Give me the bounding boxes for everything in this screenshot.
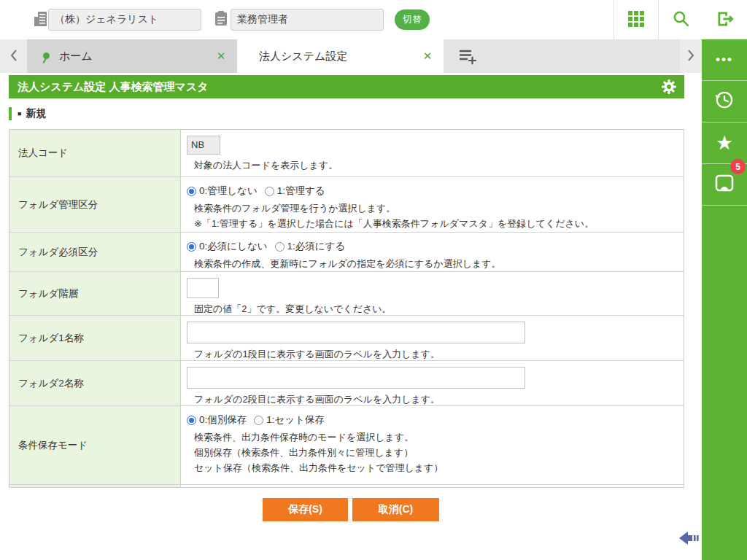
row-description: 対象の法人コードを表示します。 — [194, 159, 676, 173]
ellipsis-icon: ••• — [716, 52, 733, 67]
tab-corporate-settings[interactable]: 法人システム設定 ✕ — [237, 39, 444, 73]
radio-group-folder-required: 0:必須にしない 1:必須にする — [187, 240, 676, 253]
tab-home-close-icon[interactable]: ✕ — [214, 49, 228, 63]
pin-icon — [43, 52, 50, 60]
gear-icon — [660, 87, 678, 98]
settings-button[interactable] — [659, 78, 678, 97]
form-row-save-mode: 条件保存モード 0:個別保存 1:セット保存 検索条件、出力条件保存時のモードを… — [9, 406, 684, 485]
save-button[interactable]: 保存(S) — [263, 498, 348, 521]
tab-scroll-right-button[interactable] — [680, 39, 702, 73]
history-button[interactable] — [702, 81, 747, 122]
radio-unselected-icon — [275, 242, 285, 252]
notification-badge: 5 — [730, 159, 746, 174]
form-row-partial-clipped — [9, 485, 684, 488]
form-row-folder-management: フォルダ管理区分 0:管理しない 1:管理する 検索条件のフォルダ管理を行うか選… — [9, 177, 684, 233]
row-label: フォルダ階層 — [9, 272, 181, 315]
role-input[interactable] — [231, 9, 384, 31]
cancel-button[interactable]: 取消(C) — [352, 498, 439, 521]
sidebar-collapse-button[interactable] — [678, 529, 700, 547]
row-description: 検索条件のフォルダ管理を行うか選択します。 — [194, 202, 676, 216]
settings-form-table: 法人コード NB 対象の法人コードを表示します。 フォルダ管理区分 0:管理しな… — [9, 129, 684, 488]
application-window: 切替 — [0, 0, 747, 560]
row-content — [181, 485, 684, 488]
row-label: フォルダ管理区分 — [9, 177, 181, 232]
row-label — [9, 485, 181, 488]
footer-button-row: 保存(S) 取消(C) — [0, 498, 702, 521]
folder1-name-input[interactable] — [187, 322, 525, 343]
radio-unselected-icon — [254, 416, 263, 425]
row-description: 固定の値「2」です。変更しないでください。 — [194, 303, 676, 316]
row-label: フォルダ1名称 — [9, 316, 181, 360]
radio-option[interactable]: 0:個別保存 — [187, 413, 247, 427]
row-description: フォルダの2段目に表示する画面のラベルを入力します。 — [194, 393, 676, 407]
radio-option[interactable]: 1:管理する — [265, 184, 325, 198]
page-title-bar: 法人システム設定 人事検索管理マスタ — [9, 75, 684, 98]
star-icon: ★ — [716, 133, 733, 153]
role-icon — [214, 10, 228, 29]
row-description: 検索条件の作成、更新時にフォルダの指定を必須にするか選択します。 — [194, 257, 676, 271]
radio-option-label: 0:必須にしない — [199, 240, 268, 253]
radio-group-save-mode: 0:個別保存 1:セット保存 — [187, 413, 676, 427]
radio-option[interactable]: 1:セット保存 — [254, 413, 325, 427]
radio-option[interactable]: 0:必須にしない — [187, 240, 268, 253]
top-header-bar: 切替 — [0, 0, 747, 39]
search-button[interactable] — [659, 0, 703, 39]
add-tab-button[interactable] — [458, 47, 477, 66]
right-sidebar: ••• ★ 5 — [702, 39, 747, 560]
logout-button[interactable] — [703, 0, 747, 39]
row-label: フォルダ必須区分 — [9, 233, 181, 271]
company-input[interactable] — [48, 9, 201, 31]
row-content: 0:管理しない 1:管理する 検索条件のフォルダ管理を行うか選択します。 ※「1… — [181, 177, 684, 232]
tab-corporate-settings-close-icon[interactable]: ✕ — [420, 49, 435, 63]
radio-option-label: 1:セット保存 — [266, 413, 325, 427]
add-tab-icon — [458, 58, 477, 69]
row-label: 法人コード — [9, 130, 181, 176]
section-header: ■ 新規 — [9, 107, 46, 120]
notification-icon — [714, 174, 735, 195]
row-description: ※「1:管理する」を選択した場合には「人事検索条件フォルダマスタ」を登録してくだ… — [194, 217, 676, 231]
company-icon — [34, 11, 48, 30]
form-row-folder1-name: フォルダ1名称 フォルダの1段目に表示する画面のラベルを入力します。 — [9, 316, 684, 361]
chevron-left-icon — [9, 49, 18, 64]
radio-selected-icon — [187, 416, 196, 425]
tab-bar: ホーム ✕ 法人システム設定 ✕ — [0, 39, 702, 73]
radio-selected-icon — [187, 242, 196, 252]
search-icon — [672, 9, 690, 30]
row-label: 条件保存モード — [9, 406, 181, 484]
radio-option[interactable]: 1:必須にする — [275, 240, 346, 253]
row-content: フォルダの1段目に表示する画面のラベルを入力します。 — [181, 316, 684, 360]
tab-scroll-left-button[interactable] — [0, 39, 27, 73]
switch-button[interactable]: 切替 — [395, 9, 430, 30]
main-content: 法人システム設定 人事検索管理マスタ — [0, 73, 702, 560]
tab-home[interactable]: ホーム ✕ — [27, 39, 237, 73]
form-row-folder2-name: フォルダ2名称 フォルダの2段目に表示する画面のラベルを入力します。 — [9, 361, 684, 406]
radio-selected-icon — [187, 187, 196, 196]
row-content: NB 対象の法人コードを表示します。 — [181, 130, 684, 176]
chevron-right-icon — [686, 49, 695, 64]
row-content: 0:個別保存 1:セット保存 検索条件、出力条件保存時のモードを選択します。 個… — [181, 406, 684, 484]
favorites-button[interactable]: ★ — [702, 122, 747, 164]
form-row-corporate-code: 法人コード NB 対象の法人コードを表示します。 — [9, 130, 684, 177]
form-row-folder-required: フォルダ必須区分 0:必須にしない 1:必須にする 検索条件の作成、更新時にフォ… — [9, 233, 684, 272]
section-heading: 新規 — [26, 107, 46, 120]
section-accent-bar — [9, 107, 12, 120]
form-row-folder-depth: フォルダ階層 固定の値「2」です。変更しないでください。 — [9, 272, 684, 316]
row-content: フォルダの2段目に表示する画面のラベルを入力します。 — [181, 361, 684, 405]
more-menu-button[interactable]: ••• — [702, 39, 747, 81]
grid-icon — [627, 10, 645, 30]
notifications-button[interactable]: 5 — [702, 164, 747, 206]
row-content: 固定の値「2」です。変更しないでください。 — [181, 272, 684, 315]
row-description: フォルダの1段目に表示する画面のラベルを入力します。 — [194, 348, 676, 362]
row-description: 個別保存（検索条件、出力条件別々に管理します） — [194, 446, 676, 460]
radio-unselected-icon — [265, 187, 274, 196]
folder2-name-input[interactable] — [187, 367, 525, 389]
folder-depth-input[interactable] — [187, 278, 219, 298]
apps-menu-button[interactable] — [614, 0, 658, 39]
square-bullet-icon: ■ — [18, 110, 21, 117]
page-title: 法人システム設定 人事検索管理マスタ — [18, 80, 209, 93]
row-content: 0:必須にしない 1:必須にする 検索条件の作成、更新時にフォルダの指定を必須に… — [181, 233, 684, 271]
logout-icon — [716, 9, 735, 31]
corporate-code-value: NB — [187, 136, 220, 155]
radio-option[interactable]: 0:管理しない — [187, 184, 258, 198]
history-icon — [713, 89, 735, 114]
